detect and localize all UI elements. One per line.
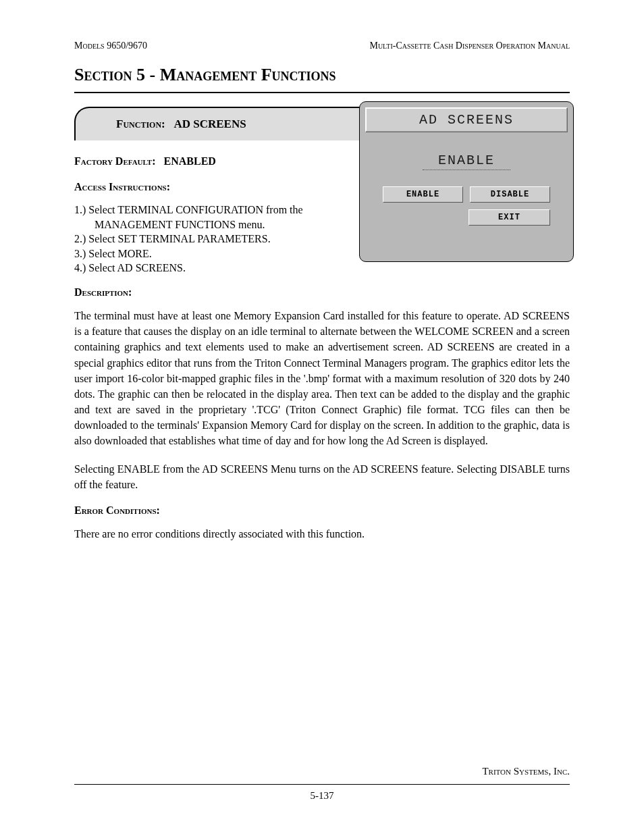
- step-4: 4.) Select AD SCREENS.: [74, 261, 344, 276]
- footer-page-number: 5-137: [74, 790, 570, 802]
- step-1: 1.) Select TERMINAL CONFIGURATION from t…: [74, 203, 344, 232]
- description-label: Description:: [74, 286, 132, 298]
- function-label: Function:: [116, 118, 165, 130]
- function-name: AD SCREENS: [173, 118, 246, 130]
- section-title: Section 5 - Management Functions: [74, 65, 570, 85]
- description-paragraph-2: Selecting ENABLE from the AD SCREENS Men…: [74, 461, 570, 492]
- steps-list: 1.) Select TERMINAL CONFIGURATION from t…: [74, 203, 344, 276]
- factory-default-value: ENABLED: [164, 155, 216, 167]
- terminal-enable-button[interactable]: ENABLE: [383, 186, 463, 203]
- terminal-status: ENABLE: [423, 153, 510, 170]
- factory-default-label: Factory Default:: [74, 155, 156, 167]
- error-conditions-label: Error Conditions:: [74, 504, 160, 516]
- step-3: 3.) Select MORE.: [74, 246, 344, 261]
- error-conditions-text: There are no error conditions directly a…: [74, 526, 570, 542]
- footer-company: Triton Systems, Inc.: [74, 766, 570, 777]
- access-instructions-label: Access Instructions:: [74, 181, 170, 192]
- terminal-exit-button[interactable]: EXIT: [468, 209, 550, 226]
- terminal-screenshot: AD SCREENS ENABLE ENABLE DISABLE EXIT: [359, 101, 574, 262]
- title-divider: [74, 92, 570, 93]
- footer-divider: [74, 784, 570, 785]
- header-left: Models 9650/9670: [74, 41, 147, 51]
- description-paragraph-1: The terminal must have at least one Memo…: [74, 308, 570, 449]
- terminal-disable-button[interactable]: DISABLE: [470, 186, 550, 203]
- header-right: Multi-Cassette Cash Dispenser Operation …: [369, 41, 570, 51]
- terminal-title: AD SCREENS: [365, 107, 568, 132]
- step-2: 2.) Select SET TERMINAL PARAMETERS.: [74, 232, 344, 246]
